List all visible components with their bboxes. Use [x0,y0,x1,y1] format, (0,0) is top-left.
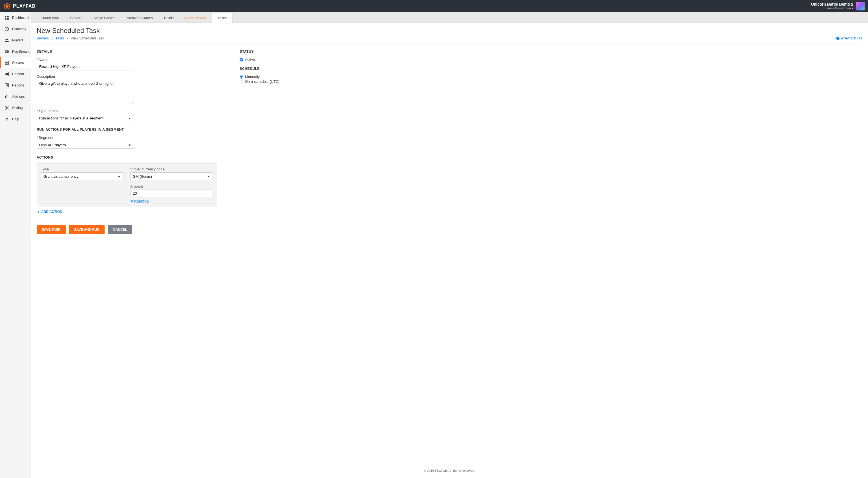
reports-icon [4,83,9,88]
tab-archived-games[interactable]: Archived Games [121,13,158,23]
status-heading: STATUS [240,49,352,54]
active-label: Active [245,58,255,62]
sidebar-item-label: Dashboard [12,16,29,20]
tab-servers[interactable]: Servers [65,13,88,23]
svg-rect-2 [5,16,6,17]
dashboard-icon [4,15,9,20]
brand[interactable]: PLAYFAB [3,3,35,10]
schedule-utc-radio[interactable] [240,80,243,83]
save-task-button[interactable]: SAVE TASK [37,225,66,234]
add-action-link[interactable]: ＋ ADD ACTION [37,209,62,214]
schedule-utc-label: On a schedule (UTC) [245,79,280,84]
vc-code-label: Virtual currency code [130,167,213,171]
tab-tasks[interactable]: Tasks [212,13,232,23]
schedule-manual-label: Manually [245,75,260,79]
svg-text:$: $ [6,28,8,30]
playfab-logo-icon [3,3,11,10]
amount-input[interactable] [130,190,213,197]
players-icon [4,38,9,43]
svg-rect-12 [6,51,7,52]
sidebar-item-help[interactable]: ? Help [0,113,31,125]
name-input[interactable] [37,63,134,70]
tab-active-games[interactable]: Active Games [88,13,121,23]
save-and-run-button[interactable]: SAVE AND RUN [69,225,104,234]
sidebar-item-label: PlayStream [12,49,30,54]
game-title: Unicorn Battle Demo 2 [811,2,853,7]
svg-text:?: ? [6,117,8,122]
svg-rect-18 [6,86,6,87]
economy-icon: $ [4,27,9,32]
sidebar-item-settings[interactable]: Settings [0,102,31,113]
tab-builds[interactable]: Builds [158,13,179,23]
caret-down-icon: ▾ [851,6,853,10]
action-row: Type Grant virtual currency Virtual curr… [37,163,217,206]
account-menu[interactable]: Unicorn Battle Demo 2 James Gwertzman ▾ [811,2,865,10]
sidebar-item-label: Players [12,38,23,42]
name-label: *Name [37,58,217,62]
sidebar-item-players[interactable]: Players [0,35,31,46]
svg-rect-4 [5,18,6,20]
breadcrumb-servers[interactable]: Servers [37,36,49,40]
svg-marker-1 [6,4,9,8]
footer-text: © 2016 PlayFab. All rights reserved. [31,463,868,478]
svg-point-15 [6,62,6,62]
sidebar-item-label: Settings [12,106,24,110]
content-icon [4,72,9,77]
svg-point-21 [6,107,8,109]
segment-select[interactable]: High XP Players [37,141,134,149]
sidebar: Dashboard $ Economy Players PlayStream S… [0,12,31,478]
schedule-heading: SCHEDULE [240,67,352,71]
whats-this-link[interactable]: i WHAT'S THIS? [836,37,862,40]
sidebar-item-label: Add-ons [12,95,25,99]
help-icon: ? [4,116,9,122]
chevron-right-icon: ▸ [52,37,53,40]
breadcrumb-tasks[interactable]: Tasks [56,36,65,40]
svg-point-16 [6,64,6,64]
sidebar-item-label: Economy [12,27,26,31]
svg-rect-11 [6,51,6,52]
sidebar-item-economy[interactable]: $ Economy [0,23,31,35]
type-of-task-label: *Type of task [37,109,217,113]
info-icon: i [836,37,839,40]
tab-bar: CloudScript Servers Active Games Archive… [31,12,868,23]
description-label: Description [37,74,217,78]
segment-label: *Segment [37,135,217,140]
svg-rect-20 [7,84,8,87]
cancel-button[interactable]: CANCEL [108,225,132,234]
brand-text: PLAYFAB [13,4,35,9]
servers-icon [4,60,9,65]
svg-rect-5 [7,18,9,20]
tab-game-modes[interactable]: Game Modes [179,13,212,23]
top-bar: PLAYFAB Unicorn Battle Demo 2 James Gwer… [0,0,868,12]
sidebar-item-playstream[interactable]: PlayStream [0,46,31,57]
segment-section-heading: RUN ACTIONS FOR ALL PLAYERS IN A SEGMENT [37,128,217,132]
vc-code-select[interactable]: GM (Gems) [130,172,213,180]
settings-icon [4,105,9,110]
breadcrumb: Servers ▸ Tasks ▸ New Scheduled Task [37,36,104,40]
sidebar-item-servers[interactable]: Servers [0,57,31,68]
amount-label: Amount [130,184,213,189]
user-name: James Gwertzman [825,6,851,10]
plus-icon: ＋ [37,209,40,214]
sidebar-item-label: Servers [12,61,24,65]
svg-point-8 [6,39,7,40]
action-type-select[interactable]: Grant virtual currency [41,172,123,180]
sidebar-item-addons[interactable]: Add-ons [0,91,31,102]
remove-action-link[interactable]: ✖ REMOVE [130,199,149,203]
close-icon: ✖ [130,199,133,203]
active-checkbox[interactable] [240,58,243,61]
sidebar-item-dashboard[interactable]: Dashboard [0,12,31,23]
svg-rect-3 [7,16,9,17]
sidebar-item-reports[interactable]: Reports [0,80,31,91]
details-heading: DETAILS [37,49,217,54]
breadcrumb-current: New Scheduled Task [71,36,104,40]
schedule-manual-radio[interactable] [240,75,243,78]
page-title: New Scheduled Task [37,27,862,35]
avatar [856,2,865,10]
sidebar-item-label: Help [12,117,19,121]
addons-icon [4,94,9,99]
tab-cloudscript[interactable]: CloudScript [35,13,65,23]
description-input[interactable]: Give a gift to players who are level 2 o… [37,80,134,104]
sidebar-item-content[interactable]: Content [0,68,31,80]
type-of-task-select[interactable]: Run actions for all players in a segment [37,114,134,122]
